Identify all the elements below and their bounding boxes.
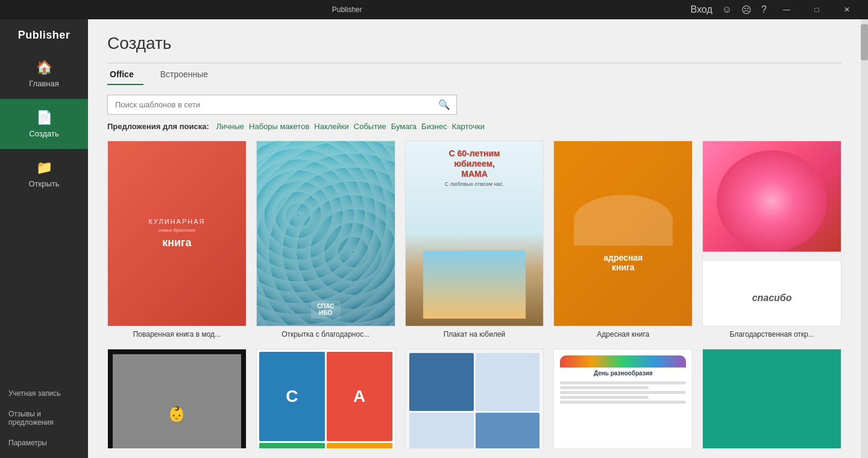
template-card-jubilee[interactable]: С 60-летнимюбилеем,МАМА С любовью отвсем…: [405, 141, 544, 339]
sidebar-item-create-label: Создать: [29, 129, 58, 138]
sidebar-account[interactable]: Учетная запись: [0, 383, 88, 404]
template-name-jubilee: Плакат на юбилей: [405, 330, 544, 340]
template-card-baby[interactable]: 👶 МЫ ЛЮБИМНАШЕГО МАЛЫША Фотоальбом для м…: [107, 349, 247, 448]
scrollbar-thumb[interactable]: [861, 24, 868, 60]
sidebar-logo: Publisher: [0, 19, 88, 49]
tab-builtin[interactable]: Встроенные: [158, 63, 218, 85]
diversity-title: День разнообразия: [560, 370, 686, 377]
suggestions-label: Предложения для поиска:: [107, 122, 209, 131]
suggestion-personal[interactable]: Личные: [216, 122, 244, 131]
cookbook-main: книга: [162, 237, 191, 249]
title-bar-title: Publisher: [7, 5, 687, 14]
baby-frame: 👶: [108, 349, 246, 448]
template-grid: кулинарная семьи Врюнских книга Поваренн…: [107, 141, 841, 448]
sidebar-item-open[interactable]: 📁 Открыть: [0, 149, 88, 199]
jubilee-text: С 60-летнимюбилеем,МАМА: [449, 148, 500, 179]
garland-cell-2: А: [327, 352, 392, 441]
main-content: Создать Office Встроенные 🔍 Предложения …: [88, 19, 868, 458]
coupon-3: [409, 413, 474, 448]
template-card-garland[interactable]: С А Н Е Гирлянда для праздника: [256, 349, 395, 448]
thankyou-text: СПАСИБО: [311, 301, 341, 319]
template-thumb-address: адреснаякнига: [553, 141, 693, 326]
search-bar: 🔍: [107, 95, 457, 115]
tabs: Office Встроенные: [107, 63, 841, 85]
template-thumb-baby: 👶 МЫ ЛЮБИМНАШЕГО МАЛЫША: [107, 349, 247, 448]
suggestion-stickers[interactable]: Наклейки: [314, 122, 348, 131]
coupon-row-2: [409, 413, 540, 448]
jubilee-scene: [423, 250, 526, 319]
coupon-4: [476, 413, 540, 448]
cookbook-title: кулинарная: [148, 218, 205, 225]
title-bar-controls: Вход ☺ ☹ ? — □ ✕: [687, 0, 861, 19]
template-thumb-diversity: День разнообразия: [553, 349, 693, 448]
template-card-flowers[interactable]: спасибо ☆ Благодарственная откр...: [702, 141, 841, 339]
div-line-3: [560, 391, 686, 394]
suggestion-layouts[interactable]: Наборы макетов: [249, 122, 309, 131]
template-name-address: Адресная книга: [553, 330, 693, 340]
div-line-2: [560, 386, 648, 389]
close-button[interactable]: ✕: [833, 0, 861, 19]
sidebar-settings[interactable]: Параметры: [0, 433, 88, 453]
flowers-overlay: [717, 150, 827, 252]
template-card-diversity[interactable]: День разнообразия Листовка о мероприятии: [553, 349, 693, 448]
sidebar-item-open-label: Открыть: [28, 179, 59, 188]
title-bar: Publisher Вход ☺ ☹ ? — □ ✕: [0, 0, 868, 19]
minimize-button[interactable]: —: [773, 0, 800, 19]
open-icon: 📁: [36, 160, 52, 176]
garland-cell-1: С: [259, 352, 325, 441]
template-card-birthday[interactable]: У нас день рождения! Приглашение на праз…: [702, 349, 841, 448]
template-card-address[interactable]: адреснаякнига Адресная книга: [553, 141, 693, 339]
template-thumb-jubilee: С 60-летнимюбилеем,МАМА С любовью отвсем…: [405, 141, 544, 326]
scrollbar-track[interactable]: [861, 19, 868, 458]
app-body: Publisher 🏠 Главная 📄 Создать 📁 Открыть …: [0, 19, 868, 458]
tab-office[interactable]: Office: [107, 63, 143, 85]
create-icon: 📄: [36, 110, 52, 126]
template-thumb-thankyou: СПАСИБО: [256, 141, 395, 326]
coupon-1: [409, 353, 474, 411]
content-inner: Создать Office Встроенные 🔍 Предложения …: [88, 19, 861, 458]
suggestion-paper[interactable]: Бумага: [391, 122, 417, 131]
sidebar-item-home[interactable]: 🏠 Главная: [0, 49, 88, 99]
page-title: Создать: [107, 34, 841, 53]
template-thumb-birthday: У нас день рождения!: [702, 349, 841, 448]
template-thumb-garland: С А Н Е: [256, 349, 395, 448]
smiley-icon[interactable]: ☺: [719, 4, 735, 15]
search-input[interactable]: [108, 95, 432, 114]
flowers-thanks: спасибо: [703, 293, 841, 304]
div-line-1: [560, 381, 686, 384]
template-card-thankyou[interactable]: СПАСИБО Открытка с благодарнос...: [256, 141, 395, 339]
address-text: адреснаякнига: [603, 253, 643, 272]
home-icon: 🏠: [36, 60, 52, 75]
template-name-cookbook: Поваренная книга в мод...: [107, 330, 247, 340]
sidebar-item-home-label: Главная: [29, 79, 58, 88]
template-card-cookbook[interactable]: кулинарная семьи Врюнских книга Поваренн…: [107, 141, 247, 339]
suggestion-event[interactable]: Событие: [354, 122, 386, 131]
help-icon[interactable]: ?: [758, 4, 770, 15]
div-line-5: [560, 401, 686, 404]
garland-cell-3: Н: [259, 443, 325, 448]
template-thumb-coupons: [405, 349, 544, 448]
address-wave: [574, 195, 673, 246]
suggestion-business[interactable]: Бизнес: [421, 122, 447, 131]
sidebar-bottom: Учетная запись Отзывы и предложения Пара…: [0, 383, 88, 458]
cookbook-sub: семьи Врюнских: [159, 227, 195, 233]
div-line-4: [560, 396, 648, 399]
diversity-lines: [560, 381, 686, 404]
pattern-decoration: [257, 141, 395, 326]
search-button[interactable]: 🔍: [432, 99, 456, 110]
jubilee-sub: С любовью отвсем нас.: [445, 181, 505, 187]
coupon-row-1: [409, 353, 540, 411]
star-icon-flowers[interactable]: ☆: [831, 144, 838, 153]
sidebar-nav: 🏠 Главная 📄 Создать 📁 Открыть: [0, 49, 88, 383]
diversity-rainbow: [560, 355, 686, 367]
sad-icon[interactable]: ☹: [738, 4, 755, 16]
suggestion-cards[interactable]: Карточки: [452, 122, 485, 131]
maximize-button[interactable]: □: [803, 0, 831, 19]
garland-cell-4: Е: [327, 443, 392, 448]
sidebar-item-create[interactable]: 📄 Создать: [0, 99, 88, 149]
sidebar-feedback[interactable]: Отзывы и предложения: [0, 404, 88, 433]
template-thumb-flowers: спасибо ☆: [702, 141, 841, 326]
signin-label[interactable]: Вход: [687, 4, 716, 15]
template-card-coupons[interactable]: Подарочные купоны: [405, 349, 544, 448]
sidebar: Publisher 🏠 Главная 📄 Создать 📁 Открыть …: [0, 19, 88, 458]
